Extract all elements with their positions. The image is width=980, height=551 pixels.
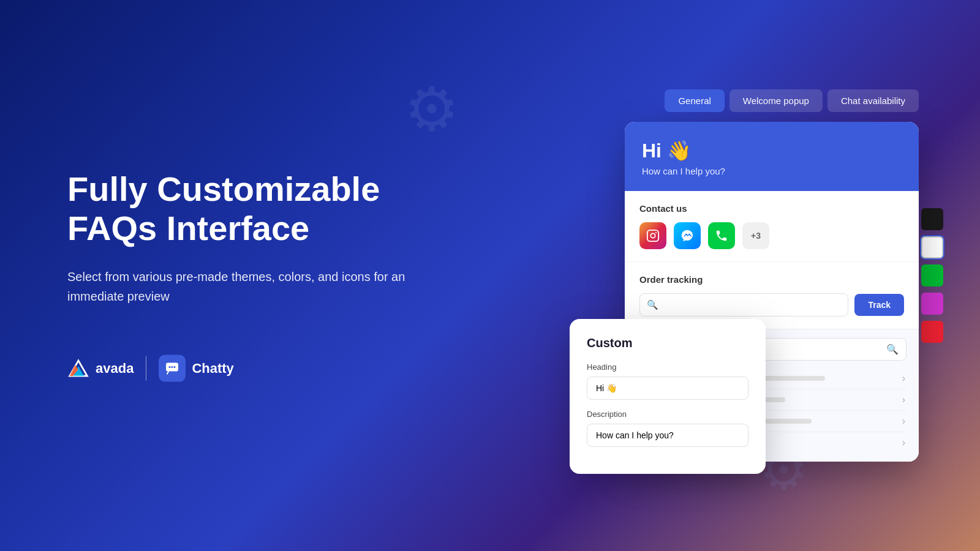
order-search: 🔍 Track (639, 293, 904, 317)
svg-point-8 (650, 233, 655, 238)
custom-panel-title: Custom (587, 336, 748, 350)
left-content: Fully CustomizableFAQs Interface Select … (67, 170, 423, 382)
svg-point-4 (169, 366, 171, 368)
svg-point-5 (172, 366, 173, 368)
heading-input[interactable] (587, 377, 748, 400)
messenger-button[interactable] (674, 222, 701, 249)
order-title: Order tracking (639, 274, 904, 285)
main-title: Fully CustomizableFAQs Interface (67, 170, 423, 249)
chat-subtitle: How can I help you? (642, 166, 902, 176)
faq-chevron-3: › (902, 416, 905, 427)
contact-icons: +3 (639, 222, 904, 249)
contact-section: Contact us (625, 191, 919, 262)
avada-label: avada (96, 360, 134, 376)
color-swatch-black[interactable] (921, 208, 943, 230)
phone-button[interactable] (708, 222, 735, 249)
color-swatch-white[interactable] (921, 236, 943, 258)
faq-chevron-2: › (902, 394, 905, 405)
more-contacts-button[interactable]: +3 (742, 222, 769, 249)
tab-welcome-popup[interactable]: Welcome popup (729, 89, 823, 112)
contact-title: Contact us (639, 203, 904, 214)
chatty-brand: Chatty (159, 354, 233, 381)
avada-icon (67, 357, 89, 379)
color-palette (921, 208, 943, 343)
svg-point-9 (655, 232, 657, 233)
chat-greeting: Hi 👋 (642, 139, 902, 162)
faq-search-icon: 🔍 (886, 343, 899, 355)
color-swatch-green[interactable] (921, 264, 943, 287)
brand-divider (146, 356, 146, 380)
brand-logos: avada Chatty (67, 354, 423, 381)
heading-label: Heading (587, 362, 748, 372)
gear-decor-1: ⚙ (404, 73, 459, 145)
tab-bar: General Welcome popup Chat availability (625, 89, 919, 112)
right-panel: General Welcome popup Chat availability … (625, 89, 919, 462)
custom-panel: Custom Heading Description (570, 319, 766, 474)
search-icon: 🔍 (647, 299, 658, 310)
avada-brand: avada (67, 357, 134, 379)
color-swatch-red[interactable] (921, 321, 943, 343)
description-label: Description (587, 410, 748, 419)
chatty-icon (159, 354, 186, 381)
chatty-label: Chatty (192, 360, 233, 376)
tab-general[interactable]: General (665, 89, 724, 112)
track-button[interactable]: Track (854, 294, 904, 316)
chat-header: Hi 👋 How can I help you? (625, 122, 919, 191)
tab-chat-availability[interactable]: Chat availability (827, 89, 919, 112)
svg-rect-7 (647, 230, 658, 241)
faq-chevron-1: › (902, 373, 905, 384)
order-search-input[interactable] (639, 293, 848, 317)
svg-point-6 (174, 366, 176, 368)
sub-text: Select from various pre-made themes, col… (67, 266, 423, 305)
order-search-wrap: 🔍 (639, 293, 848, 317)
color-swatch-purple[interactable] (921, 293, 943, 315)
instagram-button[interactable] (639, 222, 666, 249)
description-input[interactable] (587, 424, 748, 447)
faq-chevron-4: › (902, 437, 905, 448)
